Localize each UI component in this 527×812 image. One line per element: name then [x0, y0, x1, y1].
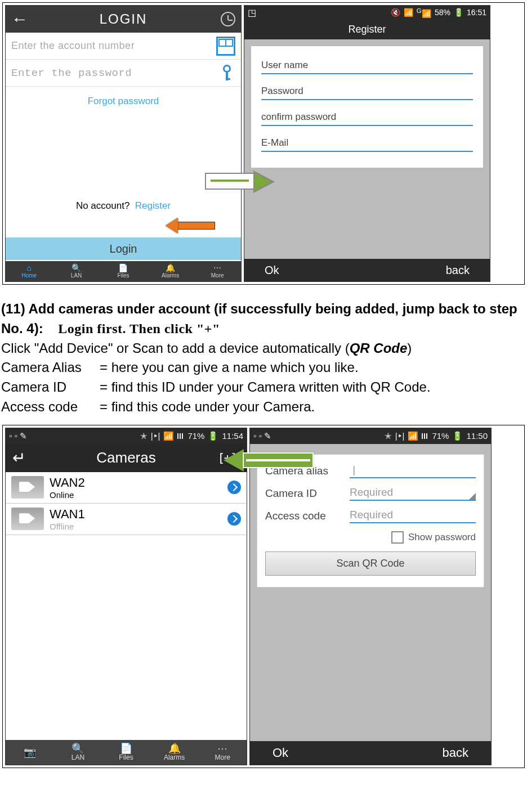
home-icon: 📷 [24, 747, 36, 757]
battery-percent: 71% [432, 431, 449, 441]
bluetooth-icon: ✭ [140, 431, 148, 441]
step-11-emphasis: Login first. Then click "+" [58, 321, 220, 336]
camera-row-wan2[interactable]: WAN2 Online [6, 472, 247, 504]
clock: 16:51 [467, 8, 486, 17]
ok-button[interactable]: Ok [273, 746, 288, 760]
camera-row-wan1[interactable]: WAN1 Offline [6, 504, 247, 535]
back-icon[interactable]: ↵ [12, 448, 25, 467]
clock-icon[interactable] [221, 12, 235, 26]
ok-button[interactable]: Ok [265, 264, 279, 277]
battery-percent: 58% [435, 8, 450, 17]
bell-icon: 🔔 [166, 264, 175, 272]
def-code-label: Access code [1, 397, 100, 417]
camera-name: WAN1 [50, 507, 222, 522]
password-row[interactable]: Enter the password [6, 60, 241, 87]
register-link[interactable]: Register [135, 200, 171, 211]
cameras-screen: ▫ ▫ ✎ ✭ |‣| 📶 71% 🔋 11:54 ↵ Cameras [+] … [5, 428, 247, 765]
id-label: Camera ID [265, 487, 350, 500]
id-input[interactable]: Required [350, 486, 476, 501]
signal-icon [177, 433, 184, 439]
clock: 11:50 [466, 431, 488, 441]
nav-lan[interactable]: 🔍LAN [54, 740, 102, 765]
more-icon: ⋯ [217, 743, 227, 753]
back-button[interactable]: back [443, 746, 468, 760]
figure-1: ← LOGIN Enter the account number Enter t… [5, 5, 522, 282]
statusbar: ◳ 🔇 📶 G📶 58% 🔋 16:51 [244, 6, 490, 19]
register-screen: ◳ 🔇 📶 G📶 58% 🔋 16:51 Register User name … [244, 5, 490, 282]
code-input[interactable]: Required [350, 509, 476, 523]
nav-alarms[interactable]: 🔔Alarms [150, 740, 199, 765]
register-body: User name Password confirm password E-Ma… [244, 39, 490, 259]
wifi-icon: 📶 [404, 8, 413, 17]
vibrate-icon: |‣| [151, 431, 160, 441]
scan-qr-button[interactable]: Scan QR Code [265, 551, 476, 576]
search-icon: 🔍 [72, 743, 84, 753]
def-id-value: = find this ID under your Camera written… [100, 378, 431, 397]
register-header: Register [244, 19, 490, 39]
chevron-right-icon[interactable] [227, 481, 241, 494]
bottom-nav: 📷 🔍LAN 📄Files 🔔Alarms ⋯More [6, 740, 247, 765]
def-alias-value: = here you can give a name which you lik… [100, 358, 359, 378]
files-icon: 📄 [118, 264, 128, 272]
back-button[interactable]: back [446, 264, 470, 277]
nav-alarms[interactable]: 🔔Alarms [147, 261, 194, 281]
gallery-icon: ◳ [248, 7, 256, 18]
nav-lan[interactable]: 🔍LAN [53, 261, 100, 281]
chevron-right-icon[interactable] [227, 512, 241, 526]
add-camera-screen: ▫ ▫ ✎ ✭ |‣| 📶 71% 🔋 11:50 Camera alias |… [249, 428, 492, 765]
forgot-password-link[interactable]: Forgot password [6, 87, 241, 116]
confirm-password-field[interactable]: confirm password [261, 105, 473, 126]
camera-status: Offline [50, 522, 222, 531]
id-row: Camera ID Required [265, 486, 476, 501]
camera-thumb-icon [11, 476, 44, 499]
files-icon: 📄 [120, 743, 132, 753]
nav-more[interactable]: ⋯More [198, 740, 247, 765]
nav-more[interactable]: ⋯More [194, 261, 241, 281]
bell-icon: 🔔 [168, 743, 181, 753]
qr-code-emphasis: QR Code [350, 340, 408, 356]
instruction-text: (11) Add cameras under account (if succe… [0, 287, 527, 423]
figure-1-border: ← LOGIN Enter the account number Enter t… [2, 2, 525, 285]
cameras-header: ↵ Cameras [+] [6, 444, 247, 472]
password-input[interactable]: Enter the password [11, 67, 218, 79]
show-password-label: Show password [408, 532, 476, 543]
def-id: Camera ID = find this ID under your Came… [1, 378, 526, 397]
camera-thumb-icon [11, 508, 44, 530]
clock: 11:54 [222, 431, 243, 441]
username-field[interactable]: User name [261, 53, 473, 74]
figure-2: ▫ ▫ ✎ ✭ |‣| 📶 71% 🔋 11:54 ↵ Cameras [+] … [5, 428, 522, 765]
qr-icon[interactable] [216, 37, 235, 56]
account-row[interactable]: Enter the account number [6, 33, 241, 60]
nav-files[interactable]: 📄Files [102, 740, 150, 765]
alias-input[interactable]: | [350, 464, 476, 478]
nav-home[interactable]: ⌂Home [6, 261, 53, 281]
def-code-value: = find this code under your Camera. [100, 397, 315, 417]
battery-percent: 71% [187, 431, 204, 441]
wifi-icon: 📶 [163, 431, 174, 441]
home-icon: ⌂ [27, 264, 32, 272]
key-icon[interactable] [218, 65, 235, 82]
more-icon: ⋯ [213, 264, 221, 272]
register-footer: Ok back [244, 259, 490, 281]
account-input[interactable]: Enter the account number [11, 40, 216, 52]
wifi-icon: 📶 [408, 431, 418, 441]
back-icon[interactable]: ← [11, 10, 29, 29]
status-left-icons: ▫ ▫ ✎ [253, 431, 271, 441]
def-alias: Camera Alias = here you can give a name … [1, 358, 526, 378]
show-password-checkbox[interactable] [391, 531, 404, 544]
nav-files[interactable]: 📄Files [100, 261, 147, 281]
network-indicator: G📶 [417, 7, 431, 18]
login-header: ← LOGIN [6, 6, 241, 33]
no-account-text: No account? Register [6, 200, 241, 212]
camera-status: Online [50, 490, 222, 500]
password-field[interactable]: Password [261, 79, 473, 100]
camera-info: WAN1 Offline [50, 507, 222, 531]
arrow-green-right-icon [205, 168, 284, 195]
status-left-icons: ▫ ▫ ✎ [9, 431, 27, 441]
nav-home[interactable]: 📷 [6, 740, 54, 765]
login-button[interactable]: Login [6, 237, 241, 260]
battery-icon: 🔋 [454, 8, 463, 17]
show-password-row: Show password [265, 531, 476, 544]
instruction-line: Click "Add Device" or Scan to add a devi… [1, 340, 350, 356]
email-field[interactable]: E-Mail [261, 131, 473, 152]
